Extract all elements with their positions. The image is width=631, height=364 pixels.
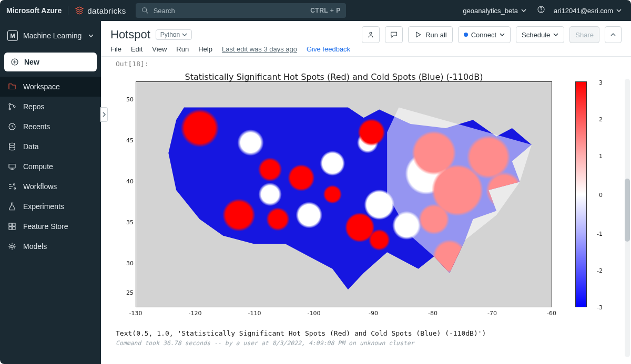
scrollbar[interactable]: [625, 79, 630, 357]
sidebar-item-models[interactable]: Models: [0, 236, 101, 256]
sidebar-item-experiments[interactable]: Experiments: [0, 196, 101, 216]
sidebar-item-label: Feature Store: [23, 222, 68, 231]
y-tick: 30: [122, 260, 134, 267]
brand-microsoft-azure: Microsoft Azure: [6, 6, 68, 15]
plot-output: Statistically Significant Hot Spots (Red…: [116, 70, 605, 327]
workflows-icon: [7, 182, 17, 191]
language-label: Python: [160, 31, 180, 38]
svg-rect-14: [9, 227, 12, 230]
chevron-up-icon: [610, 32, 616, 37]
chevron-down-icon: [616, 8, 622, 13]
colorbar-tick: 3: [599, 79, 603, 86]
compute-icon: [7, 162, 17, 171]
repos-icon: [7, 102, 17, 111]
topbar: Microsoft Azure databricks Search CTRL +…: [0, 0, 631, 21]
sidebar-item-repos[interactable]: Repos: [0, 97, 101, 117]
colorbar-tick: -2: [597, 267, 603, 274]
sidebar-item-workflows[interactable]: Workflows: [0, 176, 101, 196]
svg-rect-12: [9, 223, 12, 226]
svg-point-5: [9, 108, 11, 110]
brand-databricks[interactable]: databricks: [68, 6, 126, 15]
workspace-picker[interactable]: geoanalytics_beta: [457, 7, 532, 15]
svg-rect-13: [13, 223, 15, 226]
chevron-down-icon: [521, 8, 526, 13]
data-icon: [7, 142, 17, 151]
sidebar-item-label: Repos: [23, 102, 44, 111]
new-button-label: New: [24, 58, 39, 66]
persona-label: Machine Learning: [23, 32, 83, 40]
x-tick: -130: [129, 310, 143, 317]
sidebar-item-compute[interactable]: Compute: [0, 157, 101, 176]
run-all-button[interactable]: Run all: [408, 26, 452, 43]
new-button[interactable]: New: [4, 53, 97, 71]
share-label: Share: [575, 31, 594, 39]
user-menu[interactable]: ari12041@esri.com: [551, 7, 625, 15]
sidebar-item-label: Data: [23, 142, 39, 151]
sidebar-item-label: Workspace: [23, 82, 60, 91]
y-tick: 25: [122, 289, 134, 296]
menu-edit[interactable]: Edit: [131, 45, 143, 53]
notebook-header: Hotspot Python Run all Co: [101, 21, 631, 57]
persona-icon: M: [7, 30, 18, 41]
collapse-header-button[interactable]: [605, 26, 622, 43]
colorbar: [575, 81, 587, 307]
person-icon: [367, 30, 375, 39]
notebook-body: Out[18]: Statistically Significant Hot S…: [101, 57, 631, 364]
sidebar-item-label: Models: [23, 242, 47, 251]
menu-run[interactable]: Run: [176, 45, 189, 53]
menu-view[interactable]: View: [152, 45, 167, 53]
comments-button[interactable]: [385, 26, 403, 43]
chevron-down-icon: [500, 32, 505, 37]
y-tick: 40: [122, 178, 134, 185]
repl-return-text: Text(0.5, 1.0, 'Statistically Significan…: [116, 329, 624, 337]
feedback-link[interactable]: Give feedback: [307, 45, 350, 53]
x-tick: -110: [248, 310, 261, 317]
menu-help[interactable]: Help: [198, 45, 212, 53]
sidebar-item-label: Workflows: [23, 182, 57, 191]
x-tick: -80: [428, 310, 437, 317]
x-tick: -60: [547, 310, 556, 317]
connect-button[interactable]: Connect: [458, 26, 511, 43]
svg-point-11: [14, 188, 16, 189]
menu-file[interactable]: File: [110, 45, 121, 53]
colorbar-tick: 0: [599, 192, 603, 199]
svg-point-17: [370, 32, 372, 34]
scrollbar-thumb[interactable]: [625, 179, 630, 242]
language-picker[interactable]: Python: [156, 29, 192, 40]
schedule-button[interactable]: Schedule: [516, 26, 564, 43]
help-button[interactable]: [532, 5, 551, 16]
colorbar-tick: 1: [599, 153, 603, 160]
last-edit-link[interactable]: Last edit was 3 days ago: [222, 45, 297, 53]
colorbar-tick: -1: [597, 231, 603, 237]
workspace-icon: [7, 82, 17, 91]
svg-point-2: [541, 11, 542, 12]
sidebar-item-recents[interactable]: Recents: [0, 117, 101, 137]
main-area: Hotspot Python Run all Co: [101, 21, 631, 364]
colorbar-tick: -3: [597, 304, 603, 311]
sidebar-item-data[interactable]: Data: [0, 137, 101, 157]
svg-point-10: [13, 184, 15, 185]
search-icon: [141, 6, 149, 15]
feature-store-icon: [7, 222, 17, 231]
x-tick: -90: [369, 310, 378, 317]
sidebar-item-feature-store[interactable]: Feature Store: [0, 216, 101, 236]
search-input[interactable]: Search CTRL + P: [136, 3, 346, 18]
permissions-button[interactable]: [362, 26, 380, 43]
user-email: ari12041@esri.com: [554, 7, 613, 15]
recents-icon: [7, 122, 17, 131]
comment-icon: [390, 30, 398, 39]
command-metadata: Command took 36.78 seconds -- by a user …: [116, 339, 624, 347]
svg-point-4: [9, 103, 11, 105]
y-tick: 50: [122, 96, 134, 103]
chevron-down-icon: [88, 33, 94, 38]
share-button: Share: [569, 26, 599, 43]
notebook-title[interactable]: Hotspot: [110, 28, 150, 41]
sidebar-item-label: Experiments: [23, 202, 64, 211]
search-shortcut: CTRL + P: [310, 7, 340, 14]
chevron-down-icon: [182, 32, 187, 37]
y-tick: 45: [122, 137, 134, 144]
sidebar-item-workspace[interactable]: Workspace: [0, 77, 101, 97]
y-tick: 35: [122, 219, 134, 226]
persona-switcher[interactable]: M Machine Learning: [0, 24, 101, 47]
plot-axes: [136, 81, 552, 307]
